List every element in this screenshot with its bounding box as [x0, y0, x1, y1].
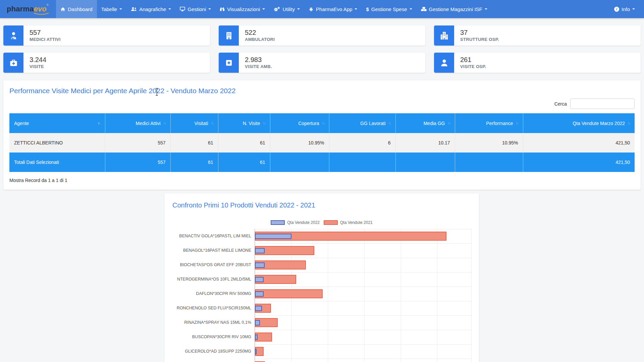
stat-value: 37 [460, 28, 499, 37]
performance-table: Agente Medici Attivi Visitati N. Visite … [9, 113, 635, 172]
stat-label: STRUTTURE OSP. [460, 37, 499, 43]
bar-2022 [255, 291, 264, 297]
nav-item-info[interactable]: Info [610, 0, 639, 18]
stat-card-visite-amb: 2.983 VISITE AMB. [219, 53, 425, 73]
bar-track [255, 301, 472, 315]
col-header-visitati[interactable]: Visitati [170, 113, 218, 133]
performance-panel: Performance Visite Medici per Agente Apr… [3, 80, 641, 190]
main-menu: Dashboard Tabelle Anagrafiche Gestioni V… [56, 0, 492, 18]
chart-row: BUSCOPAN*30CPR RIV 10MG [172, 330, 472, 344]
text-cursor [155, 88, 159, 97]
stats-grid: 557 MEDICI ATTIVI 522 AMBULATORI 37 STRU… [3, 25, 641, 73]
product-label: DAFLON*30CPR RIV 500MG [172, 287, 255, 301]
col-header-performance[interactable]: Performance [455, 113, 523, 133]
search-input[interactable] [570, 99, 635, 109]
nav-item-utility[interactable]: Utility [269, 0, 304, 18]
legend-swatch-2021 [324, 220, 338, 225]
nav-item-anagrafiche[interactable]: Anagrafiche [126, 0, 175, 18]
hospital-icon [434, 25, 454, 46]
bar-track [255, 272, 472, 287]
home-icon [60, 7, 65, 12]
cell-copertura: 10.95% [270, 133, 329, 153]
chart-row: RONCHENOLO SED FLUI*SCIR150ML [172, 301, 472, 315]
totals-row: Totali Dati Selezionati 557 61 61 421,50 [9, 153, 635, 172]
performance-title: Performance Visite Medici per Agente Apr… [9, 86, 635, 96]
chevron-down-icon [119, 8, 122, 10]
cell-media-gg: 10.17 [395, 133, 455, 153]
stat-value: 557 [30, 28, 61, 37]
bar-2022 [255, 306, 262, 311]
nav-item-tabelle[interactable]: Tabelle [97, 0, 127, 18]
brand-swoosh [33, 12, 49, 15]
chart-row [172, 359, 472, 362]
sort-icons [628, 121, 630, 125]
col-header-gg-lavorati[interactable]: GG Lavorati [329, 113, 395, 133]
nav-item-gestione-spese[interactable]: Gestione Spese [362, 0, 416, 18]
col-header-n-visite[interactable]: N. Visite [218, 113, 270, 133]
col-header-media-gg[interactable]: Media GG [395, 113, 455, 133]
cell-visitati: 61 [170, 133, 218, 153]
info-icon [614, 7, 619, 12]
chevron-down-icon [208, 8, 211, 10]
gears-icon [274, 7, 280, 12]
product-label: NTEROGERMINA*OS 10FL 2MLD/5ML [172, 272, 255, 287]
chevron-down-icon [632, 8, 635, 10]
records-info: Mostra Record da 1 a 1 di 1 [9, 178, 635, 183]
chart-legend: Qta Vendute 2022 Qta Vendute 2021 [172, 219, 472, 226]
stat-value: 261 [460, 56, 486, 64]
legend-item-2021[interactable]: Qta Vendute 2021 [324, 220, 373, 225]
nav-item-dashboard[interactable]: Dashboard [56, 0, 97, 18]
cell-n-visite: 61 [218, 133, 270, 153]
table-search-row: Cerca [9, 99, 635, 109]
chart-row: DAFLON*30CPR RIV 500MG [172, 287, 472, 301]
stat-card-ambulatori: 522 AMBULATORI [219, 25, 425, 46]
chart-row: GLICEROLO*AD 18SUPP 2250MG [172, 344, 472, 359]
medkit-icon [3, 53, 23, 73]
search-label: Cerca [554, 101, 567, 107]
dollar-icon [366, 6, 369, 12]
stat-value: 2.983 [245, 56, 272, 64]
nav-item-gestioni[interactable]: Gestioni [175, 0, 215, 18]
cell-performance: 10.95% [455, 133, 523, 153]
chevron-down-icon [168, 8, 171, 10]
table-row[interactable]: ZETTICCI ALBERTINO 557 61 61 10.95% 6 10… [9, 133, 635, 153]
cell-qta-vendute: 421,50 [523, 133, 635, 153]
product-label: GLICEROLO*AD 18SUPP 2250MG [172, 344, 255, 359]
bar-track [255, 359, 472, 362]
nav-item-gestione-magazzini-isf[interactable]: Gestione Magazzini ISF [417, 0, 492, 18]
sort-icons [163, 121, 166, 125]
sort-icons [263, 121, 265, 125]
legend-label: Qta Vendute 2022 [287, 220, 320, 225]
top-navbar: pharma evo ® Dashboard Tabelle Anagrafic… [0, 0, 644, 18]
stat-label: VISITE AMB. [245, 64, 272, 70]
col-header-medici-attivi[interactable]: Medici Attivi [105, 113, 170, 133]
right-menu: Info [610, 0, 644, 18]
col-header-qta-vendute[interactable]: Qta Vendute Marzo 2022 [523, 113, 635, 133]
col-header-copertura[interactable]: Copertura [270, 113, 329, 133]
stat-card-visite-osp: 261 VISITE OSP. [434, 53, 641, 73]
stat-card-medici-attivi: 557 MEDICI ATTIVI [3, 25, 210, 46]
doctor-icon [3, 25, 23, 46]
nav-item-pharmaevo-app[interactable]: PharmaEvo App [304, 0, 362, 18]
legend-item-2022[interactable]: Qta Vendute 2022 [271, 220, 320, 225]
brand-logo[interactable]: pharma evo ® [0, 0, 54, 18]
chart-plot: BENACTIV GOLA*16PASTL LIM MIELBENAGOL*16… [172, 229, 472, 362]
chevron-down-icon [355, 8, 357, 10]
col-header-agente[interactable]: Agente [9, 113, 105, 133]
bar-2022 [255, 277, 264, 282]
product-label: BIOCHETASI*OS GRAT EFF 20BUST [172, 258, 255, 272]
cell-gg-lavorati: 6 [329, 133, 395, 153]
chart-row: RINAZINA*SPRAY NAS 15ML 0,1% [172, 315, 472, 330]
product-label: BUSCOPAN*30CPR RIV 10MG [172, 330, 255, 344]
registered-mark: ® [47, 3, 49, 7]
product-label: RINAZINA*SPRAY NAS 15ML 0,1% [172, 315, 255, 330]
stat-label: VISITE [30, 64, 46, 70]
stat-card-strutture-osp: 37 STRUTTURE OSP. [434, 25, 641, 46]
nav-item-visualizzazioni[interactable]: Visualizzazioni [215, 0, 269, 18]
sort-icons [98, 121, 100, 125]
brand-part-evo: evo [34, 5, 47, 13]
sort-icons [516, 121, 518, 125]
stat-label: VISITE OSP. [460, 64, 486, 70]
totals-label: Totali Dati Selezionati [9, 153, 105, 172]
bar-2022 [255, 349, 257, 354]
